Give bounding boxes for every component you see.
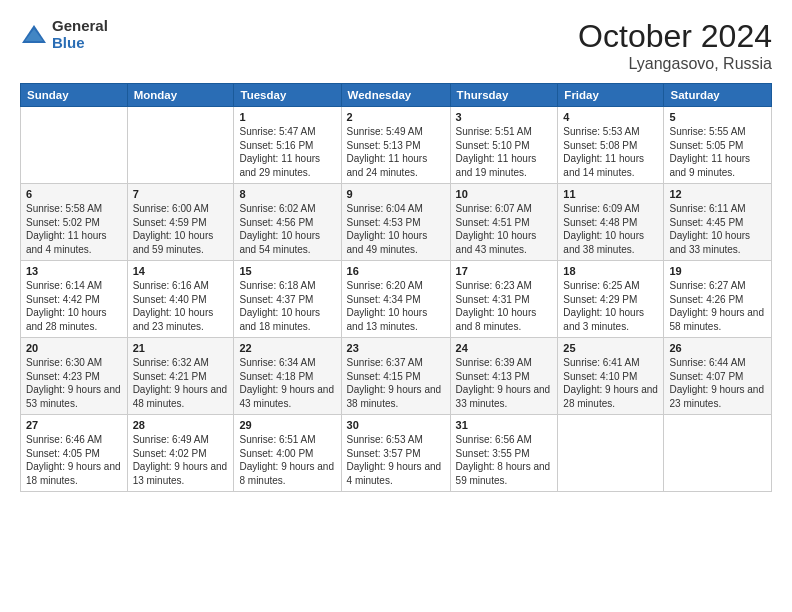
day-number: 10 <box>456 188 553 200</box>
day-info: Sunrise: 6:27 AMSunset: 4:26 PMDaylight:… <box>669 279 766 333</box>
calendar-week-row: 27Sunrise: 6:46 AMSunset: 4:05 PMDayligh… <box>21 415 772 492</box>
weekday-header-thursday: Thursday <box>450 84 558 107</box>
day-info: Sunrise: 6:00 AMSunset: 4:59 PMDaylight:… <box>133 202 229 256</box>
day-number: 9 <box>347 188 445 200</box>
day-number: 27 <box>26 419 122 431</box>
day-info: Sunrise: 6:20 AMSunset: 4:34 PMDaylight:… <box>347 279 445 333</box>
calendar-cell: 9Sunrise: 6:04 AMSunset: 4:53 PMDaylight… <box>341 184 450 261</box>
day-number: 30 <box>347 419 445 431</box>
calendar-week-row: 20Sunrise: 6:30 AMSunset: 4:23 PMDayligh… <box>21 338 772 415</box>
calendar-cell <box>664 415 772 492</box>
day-number: 3 <box>456 111 553 123</box>
day-info: Sunrise: 6:51 AMSunset: 4:00 PMDaylight:… <box>239 433 335 487</box>
day-info: Sunrise: 5:47 AMSunset: 5:16 PMDaylight:… <box>239 125 335 179</box>
day-info: Sunrise: 5:58 AMSunset: 5:02 PMDaylight:… <box>26 202 122 256</box>
calendar-cell: 23Sunrise: 6:37 AMSunset: 4:15 PMDayligh… <box>341 338 450 415</box>
day-info: Sunrise: 6:34 AMSunset: 4:18 PMDaylight:… <box>239 356 335 410</box>
day-info: Sunrise: 6:23 AMSunset: 4:31 PMDaylight:… <box>456 279 553 333</box>
day-number: 24 <box>456 342 553 354</box>
day-info: Sunrise: 5:55 AMSunset: 5:05 PMDaylight:… <box>669 125 766 179</box>
day-number: 2 <box>347 111 445 123</box>
day-info: Sunrise: 6:04 AMSunset: 4:53 PMDaylight:… <box>347 202 445 256</box>
day-number: 8 <box>239 188 335 200</box>
day-number: 15 <box>239 265 335 277</box>
calendar-cell: 16Sunrise: 6:20 AMSunset: 4:34 PMDayligh… <box>341 261 450 338</box>
logo-general-label: General <box>52 18 108 35</box>
day-info: Sunrise: 6:18 AMSunset: 4:37 PMDaylight:… <box>239 279 335 333</box>
day-number: 18 <box>563 265 658 277</box>
weekday-header-tuesday: Tuesday <box>234 84 341 107</box>
calendar-cell: 27Sunrise: 6:46 AMSunset: 4:05 PMDayligh… <box>21 415 128 492</box>
calendar-cell: 6Sunrise: 5:58 AMSunset: 5:02 PMDaylight… <box>21 184 128 261</box>
calendar-week-row: 13Sunrise: 6:14 AMSunset: 4:42 PMDayligh… <box>21 261 772 338</box>
day-number: 22 <box>239 342 335 354</box>
day-number: 21 <box>133 342 229 354</box>
day-number: 12 <box>669 188 766 200</box>
calendar-cell: 30Sunrise: 6:53 AMSunset: 3:57 PMDayligh… <box>341 415 450 492</box>
day-info: Sunrise: 6:37 AMSunset: 4:15 PMDaylight:… <box>347 356 445 410</box>
logo-icon <box>20 21 48 49</box>
day-info: Sunrise: 6:25 AMSunset: 4:29 PMDaylight:… <box>563 279 658 333</box>
day-number: 31 <box>456 419 553 431</box>
calendar-cell: 22Sunrise: 6:34 AMSunset: 4:18 PMDayligh… <box>234 338 341 415</box>
day-number: 19 <box>669 265 766 277</box>
day-info: Sunrise: 6:14 AMSunset: 4:42 PMDaylight:… <box>26 279 122 333</box>
weekday-header-sunday: Sunday <box>21 84 128 107</box>
calendar-week-row: 1Sunrise: 5:47 AMSunset: 5:16 PMDaylight… <box>21 107 772 184</box>
title-section: October 2024 Lyangasovo, Russia <box>578 18 772 73</box>
day-number: 5 <box>669 111 766 123</box>
logo: General Blue <box>20 18 108 51</box>
day-info: Sunrise: 5:49 AMSunset: 5:13 PMDaylight:… <box>347 125 445 179</box>
calendar-title: October 2024 <box>578 18 772 55</box>
day-number: 1 <box>239 111 335 123</box>
day-number: 16 <box>347 265 445 277</box>
day-info: Sunrise: 6:11 AMSunset: 4:45 PMDaylight:… <box>669 202 766 256</box>
day-info: Sunrise: 6:30 AMSunset: 4:23 PMDaylight:… <box>26 356 122 410</box>
calendar-cell: 15Sunrise: 6:18 AMSunset: 4:37 PMDayligh… <box>234 261 341 338</box>
weekday-header-monday: Monday <box>127 84 234 107</box>
day-info: Sunrise: 6:16 AMSunset: 4:40 PMDaylight:… <box>133 279 229 333</box>
calendar-cell: 25Sunrise: 6:41 AMSunset: 4:10 PMDayligh… <box>558 338 664 415</box>
day-info: Sunrise: 6:53 AMSunset: 3:57 PMDaylight:… <box>347 433 445 487</box>
calendar-cell: 20Sunrise: 6:30 AMSunset: 4:23 PMDayligh… <box>21 338 128 415</box>
weekday-header-row: SundayMondayTuesdayWednesdayThursdayFrid… <box>21 84 772 107</box>
calendar-cell: 28Sunrise: 6:49 AMSunset: 4:02 PMDayligh… <box>127 415 234 492</box>
calendar-cell: 3Sunrise: 5:51 AMSunset: 5:10 PMDaylight… <box>450 107 558 184</box>
calendar-cell: 12Sunrise: 6:11 AMSunset: 4:45 PMDayligh… <box>664 184 772 261</box>
calendar-cell: 29Sunrise: 6:51 AMSunset: 4:00 PMDayligh… <box>234 415 341 492</box>
day-number: 20 <box>26 342 122 354</box>
day-info: Sunrise: 6:02 AMSunset: 4:56 PMDaylight:… <box>239 202 335 256</box>
day-number: 28 <box>133 419 229 431</box>
calendar-cell: 31Sunrise: 6:56 AMSunset: 3:55 PMDayligh… <box>450 415 558 492</box>
calendar-cell: 19Sunrise: 6:27 AMSunset: 4:26 PMDayligh… <box>664 261 772 338</box>
logo-text: General Blue <box>52 18 108 51</box>
day-info: Sunrise: 6:49 AMSunset: 4:02 PMDaylight:… <box>133 433 229 487</box>
calendar-cell <box>127 107 234 184</box>
day-number: 26 <box>669 342 766 354</box>
calendar-cell: 24Sunrise: 6:39 AMSunset: 4:13 PMDayligh… <box>450 338 558 415</box>
calendar-cell: 7Sunrise: 6:00 AMSunset: 4:59 PMDaylight… <box>127 184 234 261</box>
day-info: Sunrise: 6:32 AMSunset: 4:21 PMDaylight:… <box>133 356 229 410</box>
calendar-cell: 18Sunrise: 6:25 AMSunset: 4:29 PMDayligh… <box>558 261 664 338</box>
day-number: 17 <box>456 265 553 277</box>
calendar-cell: 17Sunrise: 6:23 AMSunset: 4:31 PMDayligh… <box>450 261 558 338</box>
day-info: Sunrise: 6:07 AMSunset: 4:51 PMDaylight:… <box>456 202 553 256</box>
day-number: 14 <box>133 265 229 277</box>
calendar-cell <box>558 415 664 492</box>
day-info: Sunrise: 6:41 AMSunset: 4:10 PMDaylight:… <box>563 356 658 410</box>
day-info: Sunrise: 5:51 AMSunset: 5:10 PMDaylight:… <box>456 125 553 179</box>
calendar-cell: 4Sunrise: 5:53 AMSunset: 5:08 PMDaylight… <box>558 107 664 184</box>
day-number: 13 <box>26 265 122 277</box>
calendar-cell: 13Sunrise: 6:14 AMSunset: 4:42 PMDayligh… <box>21 261 128 338</box>
calendar-cell: 1Sunrise: 5:47 AMSunset: 5:16 PMDaylight… <box>234 107 341 184</box>
calendar-week-row: 6Sunrise: 5:58 AMSunset: 5:02 PMDaylight… <box>21 184 772 261</box>
day-number: 7 <box>133 188 229 200</box>
day-info: Sunrise: 6:46 AMSunset: 4:05 PMDaylight:… <box>26 433 122 487</box>
calendar-location: Lyangasovo, Russia <box>578 55 772 73</box>
day-number: 6 <box>26 188 122 200</box>
calendar-cell: 21Sunrise: 6:32 AMSunset: 4:21 PMDayligh… <box>127 338 234 415</box>
calendar-cell: 26Sunrise: 6:44 AMSunset: 4:07 PMDayligh… <box>664 338 772 415</box>
weekday-header-friday: Friday <box>558 84 664 107</box>
calendar-cell: 10Sunrise: 6:07 AMSunset: 4:51 PMDayligh… <box>450 184 558 261</box>
day-info: Sunrise: 6:39 AMSunset: 4:13 PMDaylight:… <box>456 356 553 410</box>
